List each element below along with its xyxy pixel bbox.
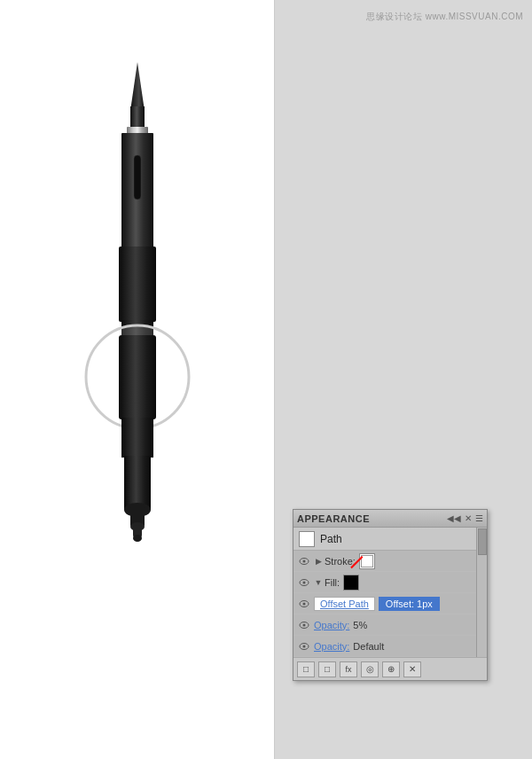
toolbar-fx-button[interactable]: fx bbox=[340, 661, 357, 677]
fill-color-box[interactable] bbox=[343, 575, 359, 591]
stroke-label: Stroke: bbox=[325, 556, 356, 567]
panel-main: Path ▶ Stroke: bbox=[293, 528, 476, 657]
toolbar-rect-button[interactable]: □ bbox=[318, 661, 336, 677]
stroke-icon-box[interactable] bbox=[359, 553, 375, 569]
toolbar-delete-button[interactable]: ✕ bbox=[403, 661, 421, 677]
canvas-panel bbox=[0, 0, 275, 759]
opacity-5-row: Opacity: 5% bbox=[293, 614, 476, 636]
fill-eye-icon[interactable] bbox=[297, 575, 311, 590]
fill-label: Fill: bbox=[325, 577, 340, 588]
toolbar-add-button[interactable]: □ bbox=[297, 661, 315, 677]
opacity-default-value: Default bbox=[353, 641, 384, 652]
right-panel: 思缘设计论坛 www.MISSVUAN.COM APPEARANCE ◀◀ ✕ … bbox=[275, 0, 532, 759]
panel-with-scroll: Path ▶ Stroke: bbox=[293, 528, 487, 657]
svg-point-1 bbox=[303, 559, 306, 562]
opacitydefault-eye-icon[interactable] bbox=[297, 639, 311, 653]
opacity5-eye-icon[interactable] bbox=[297, 618, 311, 632]
stroke-row[interactable]: ▶ Stroke: bbox=[293, 551, 476, 572]
appearance-panel: APPEARANCE ◀◀ ✕ ☰ Path bbox=[293, 509, 488, 681]
toolbar-duplicate-button[interactable]: ⊕ bbox=[382, 661, 400, 677]
stroke-eye-icon[interactable] bbox=[297, 554, 311, 568]
no-stroke-icon bbox=[361, 555, 373, 567]
panel-title-controls: ◀◀ ✕ ☰ bbox=[447, 513, 483, 523]
opacity-default-row: Opacity: Default bbox=[293, 636, 476, 657]
scrollbar-thumb[interactable] bbox=[478, 528, 487, 555]
panel-scrollbar[interactable] bbox=[476, 528, 487, 657]
toolbar-target-button[interactable]: ◎ bbox=[361, 661, 379, 677]
panel-menu-icon[interactable]: ☰ bbox=[475, 513, 483, 523]
svg-point-5 bbox=[303, 602, 306, 605]
svg-point-9 bbox=[303, 645, 306, 647]
offset-path-button[interactable]: Offset Path bbox=[314, 597, 375, 611]
offset-value-button[interactable]: Offset: 1px bbox=[379, 597, 440, 611]
panel-title: APPEARANCE bbox=[297, 513, 370, 524]
path-row: Path bbox=[293, 528, 476, 551]
pen-lower-connector bbox=[121, 418, 153, 458]
main-container: 思缘设计论坛 www.MISSVUAN.COM APPEARANCE ◀◀ ✕ … bbox=[0, 0, 532, 759]
offset-path-row: Offset Path Offset: 1px bbox=[293, 593, 476, 614]
opacity-5-label[interactable]: Opacity: bbox=[314, 620, 349, 630]
svg-point-3 bbox=[303, 581, 306, 583]
fill-row[interactable]: ▼ Fill: bbox=[293, 572, 476, 593]
stroke-arrow-icon[interactable]: ▶ bbox=[314, 557, 323, 566]
panel-close-icon[interactable]: ✕ bbox=[465, 513, 472, 523]
pen-button-slot bbox=[134, 155, 141, 200]
pen-upper-section bbox=[130, 106, 145, 129]
path-label: Path bbox=[320, 533, 342, 545]
panel-collapse-icon[interactable]: ◀◀ bbox=[447, 513, 461, 523]
pen-tip-point bbox=[130, 62, 145, 111]
opacity-default-label[interactable]: Opacity: bbox=[314, 641, 349, 652]
offset-eye-icon[interactable] bbox=[297, 597, 311, 611]
panel-titlebar: APPEARANCE ◀◀ ✕ ☰ bbox=[293, 510, 487, 528]
fill-arrow-icon[interactable]: ▼ bbox=[314, 578, 323, 587]
pen-nib-ball bbox=[133, 535, 142, 542]
pen-illustration bbox=[80, 53, 195, 674]
opacity-5-value: 5% bbox=[353, 620, 367, 630]
path-preview-box bbox=[299, 531, 315, 547]
svg-point-7 bbox=[303, 623, 306, 626]
pen-svg bbox=[80, 53, 195, 674]
watermark: 思缘设计论坛 www.MISSVUAN.COM bbox=[366, 11, 523, 23]
pen-grip bbox=[119, 246, 156, 322]
panel-toolbar: □ □ fx ◎ ⊕ ✕ bbox=[293, 657, 487, 680]
pen-barrel-circle bbox=[119, 335, 156, 419]
